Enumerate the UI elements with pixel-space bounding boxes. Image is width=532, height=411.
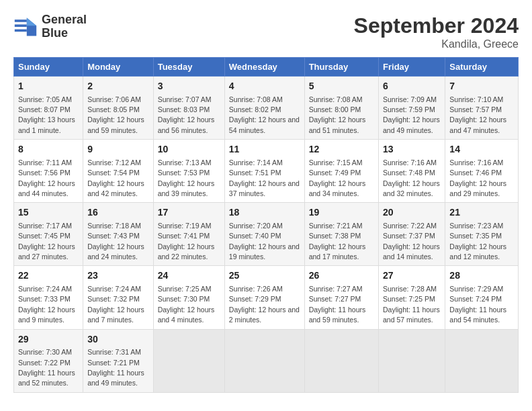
day-number: 23 <box>87 269 149 283</box>
day-number: 4 <box>229 80 300 93</box>
day-info: Sunrise: 7:10 AMSunset: 7:57 PMDaylight:… <box>449 95 506 134</box>
calendar-cell: 7 Sunrise: 7:10 AMSunset: 7:57 PMDayligh… <box>445 77 519 140</box>
calendar-cell <box>379 329 445 392</box>
calendar-cell: 14 Sunrise: 7:16 AMSunset: 7:46 PMDaylig… <box>445 140 519 203</box>
calendar-cell: 24 Sunrise: 7:25 AMSunset: 7:30 PMDaylig… <box>153 266 224 329</box>
calendar-cell: 28 Sunrise: 7:29 AMSunset: 7:24 PMDaylig… <box>445 266 519 329</box>
calendar-cell <box>224 329 304 392</box>
day-number: 17 <box>158 206 220 220</box>
calendar-cell: 16 Sunrise: 7:18 AMSunset: 7:43 PMDaylig… <box>83 203 154 266</box>
svg-rect-5 <box>15 29 27 32</box>
calendar-cell: 10 Sunrise: 7:13 AMSunset: 7:53 PMDaylig… <box>153 140 224 203</box>
day-number: 10 <box>158 143 220 156</box>
logo-text: General Blue <box>42 13 87 40</box>
day-info: Sunrise: 7:22 AMSunset: 7:37 PMDaylight:… <box>383 222 440 261</box>
calendar-cell <box>304 329 378 392</box>
page-title: September 2024 <box>354 13 519 38</box>
column-header-wednesday: Wednesday <box>224 58 304 77</box>
day-number: 28 <box>449 269 514 283</box>
calendar-cell <box>445 329 519 392</box>
calendar-cell: 15 Sunrise: 7:17 AMSunset: 7:45 PMDaylig… <box>14 203 83 266</box>
calendar-cell: 25 Sunrise: 7:26 AMSunset: 7:29 PMDaylig… <box>224 266 304 329</box>
day-number: 25 <box>229 269 300 283</box>
svg-rect-3 <box>15 19 27 22</box>
day-number: 27 <box>383 269 441 283</box>
calendar-cell: 4 Sunrise: 7:08 AMSunset: 8:02 PMDayligh… <box>224 77 304 140</box>
day-number: 6 <box>383 80 441 93</box>
week-row-4: 22 Sunrise: 7:24 AMSunset: 7:33 PMDaylig… <box>14 266 519 329</box>
day-info: Sunrise: 7:16 AMSunset: 7:46 PMDaylight:… <box>449 158 506 197</box>
week-row-5: 29 Sunrise: 7:30 AMSunset: 7:22 PMDaylig… <box>14 329 519 392</box>
week-row-2: 8 Sunrise: 7:11 AMSunset: 7:56 PMDayligh… <box>14 140 519 203</box>
calendar-cell: 19 Sunrise: 7:21 AMSunset: 7:38 PMDaylig… <box>304 203 378 266</box>
day-info: Sunrise: 7:18 AMSunset: 7:43 PMDaylight:… <box>87 222 144 261</box>
day-number: 9 <box>87 143 149 156</box>
column-header-monday: Monday <box>83 58 154 77</box>
day-number: 13 <box>383 143 441 156</box>
calendar-cell: 13 Sunrise: 7:16 AMSunset: 7:48 PMDaylig… <box>379 140 445 203</box>
day-info: Sunrise: 7:07 AMSunset: 8:03 PMDaylight:… <box>158 95 215 134</box>
calendar-cell: 20 Sunrise: 7:22 AMSunset: 7:37 PMDaylig… <box>379 203 445 266</box>
calendar-cell: 1 Sunrise: 7:05 AMSunset: 8:07 PMDayligh… <box>14 77 83 140</box>
column-header-friday: Friday <box>379 58 445 77</box>
day-number: 15 <box>18 206 79 220</box>
day-info: Sunrise: 7:31 AMSunset: 7:21 PMDaylight:… <box>87 348 144 387</box>
day-number: 30 <box>87 333 149 347</box>
calendar-cell: 12 Sunrise: 7:15 AMSunset: 7:49 PMDaylig… <box>304 140 378 203</box>
calendar-cell: 6 Sunrise: 7:09 AMSunset: 7:59 PMDayligh… <box>379 77 445 140</box>
day-number: 7 <box>449 80 514 93</box>
day-number: 24 <box>158 269 220 283</box>
day-number: 18 <box>229 206 300 220</box>
day-number: 1 <box>18 80 79 93</box>
day-info: Sunrise: 7:23 AMSunset: 7:35 PMDaylight:… <box>449 222 506 261</box>
calendar-cell: 18 Sunrise: 7:20 AMSunset: 7:40 PMDaylig… <box>224 203 304 266</box>
day-number: 29 <box>18 333 79 347</box>
calendar-cell: 27 Sunrise: 7:28 AMSunset: 7:25 PMDaylig… <box>379 266 445 329</box>
day-info: Sunrise: 7:21 AMSunset: 7:38 PMDaylight:… <box>309 222 366 261</box>
day-number: 22 <box>18 269 79 283</box>
day-info: Sunrise: 7:11 AMSunset: 7:56 PMDaylight:… <box>18 158 75 197</box>
day-info: Sunrise: 7:26 AMSunset: 7:29 PMDaylight:… <box>229 285 300 324</box>
column-header-tuesday: Tuesday <box>153 58 224 77</box>
page-header: General Blue September 2024 Kandila, Gre… <box>13 13 519 50</box>
day-info: Sunrise: 7:24 AMSunset: 7:33 PMDaylight:… <box>18 285 75 324</box>
week-row-1: 1 Sunrise: 7:05 AMSunset: 8:07 PMDayligh… <box>14 77 519 140</box>
calendar-cell: 5 Sunrise: 7:08 AMSunset: 8:00 PMDayligh… <box>304 77 378 140</box>
day-info: Sunrise: 7:09 AMSunset: 7:59 PMDaylight:… <box>383 95 440 134</box>
calendar-cell: 21 Sunrise: 7:23 AMSunset: 7:35 PMDaylig… <box>445 203 519 266</box>
day-info: Sunrise: 7:12 AMSunset: 7:54 PMDaylight:… <box>87 158 144 197</box>
day-number: 19 <box>309 206 374 220</box>
day-info: Sunrise: 7:27 AMSunset: 7:27 PMDaylight:… <box>309 285 366 324</box>
day-info: Sunrise: 7:05 AMSunset: 8:07 PMDaylight:… <box>18 95 75 134</box>
column-header-thursday: Thursday <box>304 58 378 77</box>
calendar-cell: 23 Sunrise: 7:24 AMSunset: 7:32 PMDaylig… <box>83 266 154 329</box>
day-number: 5 <box>309 80 374 93</box>
calendar-cell: 29 Sunrise: 7:30 AMSunset: 7:22 PMDaylig… <box>14 329 83 392</box>
day-info: Sunrise: 7:25 AMSunset: 7:30 PMDaylight:… <box>158 285 215 324</box>
day-info: Sunrise: 7:17 AMSunset: 7:45 PMDaylight:… <box>18 222 75 261</box>
logo-icon <box>13 15 38 39</box>
day-number: 3 <box>158 80 220 93</box>
day-info: Sunrise: 7:24 AMSunset: 7:32 PMDaylight:… <box>87 285 144 324</box>
day-info: Sunrise: 7:16 AMSunset: 7:48 PMDaylight:… <box>383 158 440 197</box>
week-row-3: 15 Sunrise: 7:17 AMSunset: 7:45 PMDaylig… <box>14 203 519 266</box>
svg-rect-4 <box>15 24 27 27</box>
day-info: Sunrise: 7:28 AMSunset: 7:25 PMDaylight:… <box>383 285 440 324</box>
day-number: 11 <box>229 143 300 156</box>
day-info: Sunrise: 7:13 AMSunset: 7:53 PMDaylight:… <box>158 158 215 197</box>
day-info: Sunrise: 7:20 AMSunset: 7:40 PMDaylight:… <box>229 222 300 261</box>
day-info: Sunrise: 7:14 AMSunset: 7:51 PMDaylight:… <box>229 158 300 197</box>
calendar-cell: 3 Sunrise: 7:07 AMSunset: 8:03 PMDayligh… <box>153 77 224 140</box>
day-info: Sunrise: 7:19 AMSunset: 7:41 PMDaylight:… <box>158 222 215 261</box>
day-info: Sunrise: 7:06 AMSunset: 8:05 PMDaylight:… <box>87 95 144 134</box>
day-info: Sunrise: 7:08 AMSunset: 8:00 PMDaylight:… <box>309 95 366 134</box>
calendar-cell: 11 Sunrise: 7:14 AMSunset: 7:51 PMDaylig… <box>224 140 304 203</box>
calendar-cell <box>153 329 224 392</box>
day-number: 2 <box>87 80 149 93</box>
title-block: September 2024 Kandila, Greece <box>354 13 519 50</box>
calendar-table: SundayMondayTuesdayWednesdayThursdayFrid… <box>13 57 519 393</box>
calendar-cell: 30 Sunrise: 7:31 AMSunset: 7:21 PMDaylig… <box>83 329 154 392</box>
day-number: 12 <box>309 143 374 156</box>
page-subtitle: Kandila, Greece <box>354 38 519 50</box>
column-header-sunday: Sunday <box>14 58 83 77</box>
